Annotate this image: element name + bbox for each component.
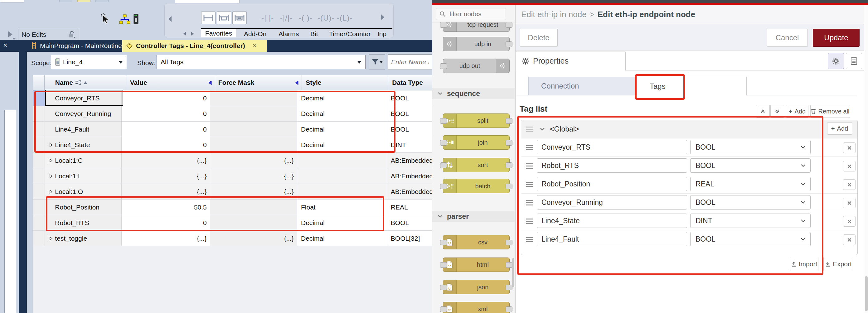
row-selector[interactable] [33,231,45,246]
remove-tag-button[interactable] [843,198,856,208]
update-button[interactable]: Update [813,29,860,47]
otl-instruction[interactable]: -(L)- [337,14,352,23]
group-add-tag-button[interactable]: +Add [827,122,852,135]
node-output-port[interactable] [505,262,513,268]
node-output-port[interactable] [505,140,513,146]
collapsed-organizer-panel[interactable] [4,110,16,313]
node-input-port[interactable] [440,307,447,312]
column-header-name[interactable]: Name [44,75,127,90]
tag-group-header[interactable]: <Global> [521,120,858,138]
node-output-port[interactable] [505,184,513,189]
column-header-value[interactable]: Value [127,75,215,90]
drag-handle-icon[interactable] [526,219,533,224]
node-input-port[interactable] [440,118,447,124]
tag-name-input[interactable] [537,232,687,246]
instr-tab-input[interactable]: Inp [377,30,386,38]
palette-node-udp-in[interactable]: udp in [443,37,509,51]
row-selector[interactable] [33,199,45,215]
palette-node-json[interactable]: {} json [443,280,509,294]
select-pointer-icon[interactable] [100,13,110,24]
move-top-button[interactable] [756,105,770,118]
palette-category-sequence[interactable]: sequence [432,88,515,99]
scope-dropdown[interactable]: Line_4 [51,55,127,69]
remove-tag-button[interactable] [843,179,856,190]
table-row[interactable]: Line4_State 0 Decimal DINT [33,137,432,153]
node-input-port[interactable] [440,63,447,69]
breadcrumb-parent[interactable]: Edit eth-ip in node [521,10,587,19]
tabs-scroll-left-icon[interactable] [182,31,187,36]
palette-node-batch[interactable]: batch [443,179,509,193]
row-selector[interactable] [33,184,45,199]
column-header-style[interactable]: Style [302,75,388,90]
move-bottom-button[interactable] [770,105,784,118]
expand-icon[interactable] [47,190,55,194]
palette-category-parser[interactable]: parser [432,211,515,222]
row-selector[interactable] [33,168,45,184]
tag-type-select[interactable]: BOOL [690,195,811,210]
xic-instruction[interactable]: -| |- [261,14,274,23]
tab-mainroutine[interactable]: MainProgram - MainRoutine [27,40,122,52]
remove-tag-button[interactable] [843,216,856,227]
node-output-port[interactable] [505,307,513,312]
expand-icon[interactable] [47,174,55,178]
palette-node-csv[interactable]: 1,2 csv [443,235,509,249]
instr-tab-timer-counter[interactable]: Timer/Counter [329,30,371,38]
add-tag-button[interactable]: +Add [786,105,808,118]
palette-search-input[interactable] [449,10,503,18]
drag-handle-icon[interactable] [526,200,533,206]
table-row[interactable]: Robot_Position 50.5 Float REAL [33,199,432,215]
docked-panel-splitter[interactable] [19,52,27,313]
palette-scrollbar-thumb[interactable] [512,258,514,287]
ote-instruction[interactable]: -( )- [299,14,312,23]
tag-name-input[interactable] [537,140,687,154]
column-header-force-mask[interactable]: Force Mask [215,75,302,90]
node-input-port[interactable] [440,23,447,28]
table-row[interactable]: Local:1:O {...} {...} AB:Embedded_Discre… [33,184,432,199]
network-browse-icon[interactable] [119,14,131,24]
node-input-port[interactable] [440,162,447,168]
node-output-port[interactable] [505,162,513,168]
column-header-data-type[interactable]: Data Type [388,75,432,90]
node-input-port[interactable] [440,262,447,268]
branch-instruction-button[interactable] [217,11,231,24]
table-row[interactable]: Local:1:C {...} {...} AB:Embedded_Discre… [33,153,432,168]
tag-name-input[interactable] [537,177,687,191]
otu-instruction[interactable]: -(U)- [317,14,334,23]
row-selector[interactable] [33,215,45,231]
instr-tab-addon[interactable]: Add-On [244,30,266,38]
node-input-port[interactable] [440,285,447,290]
import-button[interactable]: Import [790,257,818,271]
table-row[interactable]: test_toggle {...} {...} Decimal BOOL[32] [33,231,432,246]
instr-tab-bit[interactable]: Bit [310,30,318,38]
instr-tab-alarms[interactable]: Alarms [279,30,299,38]
name-filter-input[interactable] [388,55,432,69]
show-dropdown[interactable]: All Tags [157,55,366,69]
drag-handle-icon[interactable] [526,237,533,242]
palette-node-sort[interactable]: sort [443,158,509,172]
drag-handle-icon[interactable] [526,127,533,132]
export-button[interactable]: Export [824,257,853,271]
node-output-port[interactable] [505,240,513,245]
node-input-port[interactable] [440,184,447,189]
tabs-scroll-right-icon[interactable] [190,31,195,36]
drag-handle-icon[interactable] [526,145,533,150]
tag-name-input[interactable] [537,158,687,173]
tag-type-select[interactable]: REAL [690,177,811,191]
table-row[interactable]: Local:1:I {...} {...} AB:Embedded_Discre… [33,168,432,184]
filter-button[interactable] [369,54,385,70]
remove-tag-button[interactable] [843,143,856,153]
tag-type-select[interactable]: DINT [690,214,811,228]
node-output-port[interactable] [505,41,513,47]
palette-scroll-area[interactable]: tcp request udp in udp out [432,23,515,313]
tab-properties[interactable]: Properties [516,51,626,70]
row-selector[interactable] [33,137,45,153]
table-row[interactable]: Conveyor_RTS 0 Decimal BOOL [33,90,432,106]
delete-button[interactable]: Delete [520,29,558,47]
close-pane-icon[interactable]: × [3,41,7,50]
row-selector[interactable] [33,106,45,122]
tag-name-input[interactable] [537,195,687,210]
scroll-right-icon[interactable] [380,14,385,21]
branch-level-instruction-button[interactable] [232,11,247,24]
remove-tag-button[interactable] [843,161,856,171]
expand-icon[interactable] [47,237,55,240]
